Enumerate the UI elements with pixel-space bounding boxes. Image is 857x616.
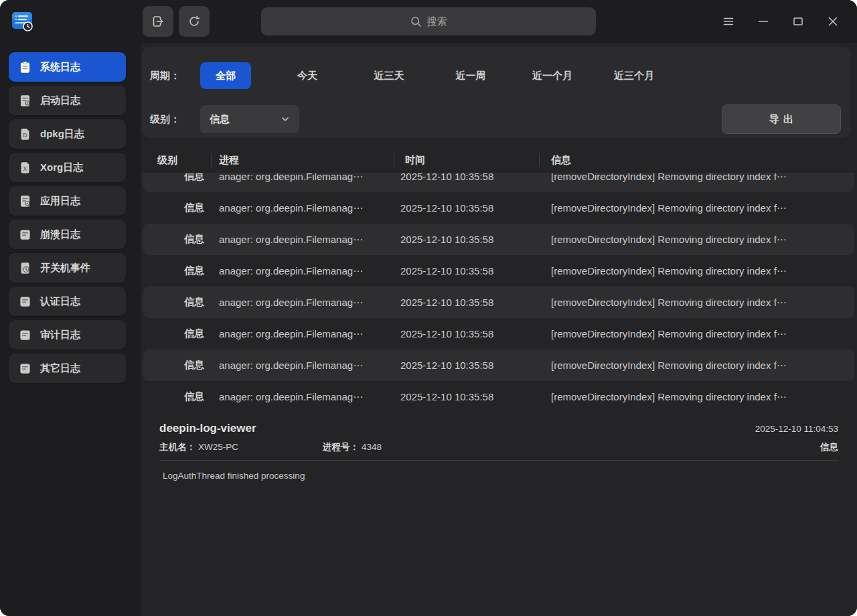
sidebar-item-system[interactable]: 系统日志	[9, 52, 126, 82]
period-option-4[interactable]: 近一个月	[527, 62, 578, 89]
detail-title: deepin-log-viewer	[159, 422, 256, 435]
table-row[interactable]: 信息anager: org.deepin.Filemanag⋯2025-12-1…	[143, 224, 854, 255]
export-icon	[151, 14, 165, 29]
log-viewer-window: 搜索 系统日志启动日志Ddpkg日志XXorg日志应用日志崩溃日志开关机事件认证…	[0, 0, 857, 616]
minimize-icon	[757, 15, 770, 28]
period-option-1[interactable]: 今天	[282, 62, 333, 89]
menu-icon	[722, 15, 735, 28]
log-table: 级别 进程 时间 信息 信息anager: org.deepin.Fileman…	[141, 147, 857, 414]
detail-host: 主机名：XW25-PC	[159, 441, 323, 453]
filter-panel: 周期： 全部今天近三天近一周近一个月近三个月 级别： 信息 导出	[142, 47, 850, 138]
row-process: anager: org.deepin.Filemanag⋯	[211, 328, 394, 340]
search-input[interactable]: 搜索	[261, 7, 596, 35]
row-message: [removeDirectoryIndex] Removing director…	[539, 391, 854, 403]
table-row[interactable]: 信息anager: org.deepin.Filemanag⋯2025-12-1…	[143, 381, 854, 412]
row-time: 2025-12-10 10:35:58	[394, 265, 539, 277]
row-level: 信息	[143, 264, 211, 277]
maximize-button[interactable]	[781, 5, 815, 37]
close-button[interactable]	[815, 5, 850, 37]
menu-button[interactable]	[711, 5, 746, 37]
table-row[interactable]: 信息anager: org.deepin.Filemanag⋯2025-12-1…	[143, 192, 854, 224]
column-header-message[interactable]: 信息	[539, 154, 857, 167]
row-process: anager: org.deepin.Filemanag⋯	[211, 391, 394, 403]
minimize-button[interactable]	[746, 5, 781, 37]
row-level: 信息	[143, 233, 211, 246]
row-message: [removeDirectoryIndex] Removing director…	[539, 297, 854, 309]
sidebar-item-label: Xorg日志	[40, 161, 83, 174]
app-log-icon	[18, 194, 31, 208]
table-row[interactable]: 信息anager: org.deepin.Filemanag⋯2025-12-1…	[143, 318, 854, 350]
sidebar-item-label: 崩溃日志	[40, 228, 80, 241]
level-dropdown[interactable]: 信息	[200, 105, 299, 133]
xorg-log-icon: X	[18, 161, 31, 174]
sidebar-item-audit[interactable]: 审计日志	[9, 320, 126, 350]
row-level: 信息	[143, 202, 211, 214]
refresh-icon	[187, 14, 202, 29]
main-content: 周期： 全部今天近三天近一周近一个月近三个月 级别： 信息 导出 级别 进程 时…	[141, 43, 857, 616]
app-logo-icon	[9, 7, 36, 34]
row-message: [removeDirectoryIndex] Removing director…	[539, 265, 854, 277]
period-option-2[interactable]: 近三天	[364, 62, 414, 89]
row-time: 2025-12-10 10:35:58	[394, 202, 539, 214]
sidebar-item-boot[interactable]: 启动日志	[9, 86, 126, 115]
row-level: 信息	[143, 390, 211, 403]
sidebar-item-auth[interactable]: 认证日志	[9, 287, 126, 316]
row-process: anager: org.deepin.Filemanag⋯	[211, 297, 394, 309]
titlebar: 搜索	[0, 0, 857, 43]
sidebar-item-app[interactable]: 应用日志	[9, 186, 126, 216]
other-log-icon	[18, 362, 31, 375]
sidebar-item-crash[interactable]: 崩溃日志	[9, 220, 126, 249]
period-label: 周期：	[150, 70, 180, 82]
sidebar-item-power[interactable]: 开关机事件	[9, 253, 126, 283]
detail-pid: 进程号：4348	[323, 441, 382, 453]
period-option-3[interactable]: 近一周	[445, 62, 496, 89]
sidebar-item-xorg[interactable]: XXorg日志	[9, 153, 126, 182]
host-value: XW25-PC	[198, 442, 238, 452]
sidebar-item-dpkg[interactable]: Ddpkg日志	[9, 119, 126, 149]
audit-log-icon	[18, 328, 31, 341]
row-process: anager: org.deepin.Filemanag⋯	[211, 202, 394, 214]
table-header: 级别 进程 时间 信息	[141, 147, 857, 173]
column-header-level[interactable]: 级别	[141, 154, 211, 167]
row-time: 2025-12-10 10:35:58	[394, 297, 539, 308]
row-time: 2025-12-10 10:35:58	[394, 234, 539, 245]
search-placeholder: 搜索	[427, 15, 447, 28]
row-time: 2025-12-10 10:35:58	[394, 173, 539, 182]
system-log-icon	[18, 60, 31, 74]
detail-message: LogAuthThread finished processing	[159, 471, 838, 481]
pid-value: 4348	[362, 442, 382, 452]
window-controls	[711, 0, 850, 43]
export-log-button[interactable]	[143, 6, 173, 37]
close-icon	[826, 15, 840, 28]
row-message: [removeDirectoryIndex] Removing director…	[539, 173, 854, 183]
table-row[interactable]: 信息anager: org.deepin.Filemanag⋯2025-12-1…	[143, 255, 854, 287]
column-header-time[interactable]: 时间	[394, 154, 539, 167]
sidebar-item-label: 启动日志	[40, 94, 80, 107]
row-level: 信息	[143, 296, 211, 309]
detail-timestamp: 2025-12-10 11:04:53	[755, 424, 838, 434]
period-option-5[interactable]: 近三个月	[609, 62, 659, 89]
sidebar-item-label: 应用日志	[40, 195, 80, 208]
sidebar-nav: 系统日志启动日志Ddpkg日志XXorg日志应用日志崩溃日志开关机事件认证日志审…	[0, 43, 141, 383]
table-row[interactable]: 信息anager: org.deepin.Filemanag⋯2025-12-1…	[143, 350, 854, 381]
refresh-button[interactable]	[179, 6, 210, 37]
detail-level: 信息	[820, 441, 838, 453]
table-row[interactable]: 信息anager: org.deepin.Filemanag⋯2025-12-1…	[143, 287, 854, 318]
column-header-process[interactable]: 进程	[211, 154, 394, 167]
level-dropdown-value: 信息	[210, 113, 230, 126]
row-message: [removeDirectoryIndex] Removing director…	[539, 234, 854, 246]
toolbar	[143, 6, 210, 37]
sidebar: 系统日志启动日志Ddpkg日志XXorg日志应用日志崩溃日志开关机事件认证日志审…	[0, 43, 141, 616]
sidebar-item-other[interactable]: 其它日志	[9, 354, 126, 383]
svg-text:D: D	[23, 131, 27, 138]
row-level: 信息	[143, 327, 211, 340]
table-row[interactable]: 信息anager: org.deepin.Filemanag⋯2025-12-1…	[143, 173, 854, 192]
row-time: 2025-12-10 10:35:58	[394, 328, 539, 339]
search-icon	[410, 16, 422, 27]
detail-divider	[159, 460, 838, 461]
period-option-0[interactable]: 全部	[200, 62, 251, 89]
sidebar-item-label: 审计日志	[40, 329, 80, 341]
row-process: anager: org.deepin.Filemanag⋯	[211, 234, 394, 246]
export-button[interactable]: 导出	[722, 104, 841, 134]
row-message: [removeDirectoryIndex] Removing director…	[539, 360, 854, 372]
